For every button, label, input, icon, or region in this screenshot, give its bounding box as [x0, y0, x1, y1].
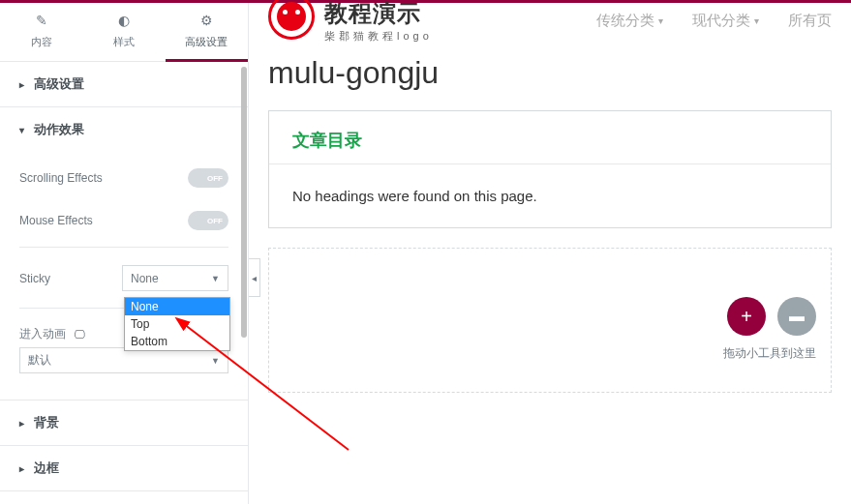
section-background: ▸ 背景 [0, 400, 248, 446]
section-header-motion[interactable]: ▾ 动作效果 [0, 107, 248, 152]
chevron-down-icon: ▼ [211, 356, 220, 366]
tab-content-label: 内容 [31, 36, 52, 47]
dropdown-option-bottom[interactable]: Bottom [125, 333, 229, 350]
logo-face-icon [277, 2, 306, 31]
toggle-off-text: OFF [207, 217, 223, 225]
chevron-right-icon: ▸ [19, 79, 24, 90]
control-mouse-effects: Mouse Effects OFF [19, 199, 228, 242]
folder-button[interactable]: ▬ [777, 297, 816, 336]
folder-icon: ▬ [789, 308, 805, 325]
gear-icon: ⚙ [166, 13, 248, 28]
mouse-effects-toggle[interactable]: OFF [188, 211, 228, 230]
section-header-background[interactable]: ▸ 背景 [0, 400, 248, 445]
scrolling-effects-toggle[interactable]: OFF [188, 168, 228, 188]
section-title: 动作效果 [34, 121, 84, 138]
site-header: 教程演示 柴郡猫教程logo 传统分类 ▾ 现代分类 ▾ 所有页 [249, 3, 851, 38]
mouse-effects-label: Mouse Effects [19, 214, 93, 227]
chevron-down-icon: ▾ [754, 15, 759, 26]
sticky-dropdown: None Top Bottom [124, 297, 230, 351]
plus-icon: + [741, 306, 752, 328]
toc-widget[interactable]: 文章目录 No headings were found on this page… [268, 110, 832, 228]
pencil-icon: ✎ [0, 13, 82, 28]
entrance-label-row: 进入动画 🖵 [19, 326, 85, 342]
sticky-label: Sticky [19, 272, 50, 285]
section-title: 边框 [34, 460, 59, 477]
tab-advanced[interactable]: ⚙ 高级设置 [166, 3, 248, 61]
logo-area: 教程演示 柴郡猫教程logo [268, 0, 433, 44]
nav-label: 所有页 [788, 12, 832, 30]
section-border: ▸ 边框 [0, 446, 248, 491]
section-title: 背景 [34, 414, 59, 431]
nav-modern[interactable]: 现代分类 ▾ [692, 12, 759, 30]
entrance-value: 默认 [28, 352, 51, 369]
chevron-left-icon: ◂ [252, 273, 257, 283]
tabs: ✎ 内容 ◐ 样式 ⚙ 高级设置 [0, 3, 248, 62]
entrance-select[interactable]: 默认 ▼ [19, 347, 228, 373]
tab-advanced-label: 高级设置 [185, 36, 228, 47]
entrance-label: 进入动画 [19, 326, 66, 342]
main-canvas: 教程演示 柴郡猫教程logo 传统分类 ▾ 现代分类 ▾ 所有页 mulu-go… [249, 3, 851, 504]
tab-style-label: 样式 [113, 36, 135, 47]
fab-row: + ▬ [727, 297, 816, 336]
chevron-down-icon: ▾ [19, 125, 24, 135]
control-sticky: Sticky None ▼ [19, 247, 228, 303]
scrolling-effects-label: Scrolling Effects [19, 171, 103, 185]
motion-controls: Scrolling Effects OFF Mouse Effects OFF … [0, 152, 248, 400]
dropdown-option-none[interactable]: None [125, 298, 229, 315]
nav-traditional[interactable]: 传统分类 ▾ [596, 12, 663, 30]
control-scrolling-effects: Scrolling Effects OFF [19, 157, 228, 199]
chevron-right-icon: ▸ [19, 418, 24, 429]
sidebar-collapse-handle[interactable]: ◂ [249, 258, 260, 297]
nav-all[interactable]: 所有页 [788, 12, 832, 30]
chevron-down-icon: ▾ [658, 15, 663, 26]
sticky-select[interactable]: None ▼ [122, 265, 228, 291]
contrast-icon: ◐ [82, 13, 165, 28]
toc-empty-message: No headings were found on this page. [269, 164, 831, 227]
logo-subtitle: 柴郡猫教程logo [324, 29, 433, 44]
page-title: mulu-gongju [249, 38, 851, 101]
nav: 传统分类 ▾ 现代分类 ▾ 所有页 [596, 12, 832, 30]
tab-style[interactable]: ◐ 样式 [82, 3, 165, 61]
toggle-off-text: OFF [207, 174, 223, 183]
nav-label: 现代分类 [692, 12, 750, 30]
editor-sidebar: ✎ 内容 ◐ 样式 ⚙ 高级设置 ▸ 高级设置 ▾ 动作效果 Scrol [0, 3, 249, 504]
logo-title: 教程演示 [324, 0, 433, 29]
section-title: 高级设置 [34, 75, 84, 93]
desktop-icon[interactable]: 🖵 [74, 328, 85, 341]
toc-title: 文章目录 [269, 111, 831, 163]
logo-text: 教程演示 柴郡猫教程logo [324, 0, 433, 44]
chevron-down-icon: ▼ [211, 274, 220, 283]
add-widget-button[interactable]: + [727, 297, 766, 336]
logo-icon [268, 0, 315, 40]
section-advanced-settings: ▸ 高级设置 [0, 62, 248, 107]
scrollbar-thumb[interactable] [241, 67, 247, 338]
chevron-right-icon: ▸ [19, 463, 24, 474]
sticky-value: None [131, 272, 159, 285]
section-header-border[interactable]: ▸ 边框 [0, 446, 248, 490]
tab-content[interactable]: ✎ 内容 [0, 3, 82, 61]
panel-content: ▸ 高级设置 ▾ 动作效果 Scrolling Effects OFF Mous… [0, 62, 248, 504]
scrollbar[interactable] [240, 57, 248, 504]
dropdown-option-top[interactable]: Top [125, 315, 229, 333]
section-header-advanced[interactable]: ▸ 高级设置 [0, 62, 248, 106]
drop-hint: 拖动小工具到这里 [723, 345, 816, 362]
widget-drop-zone[interactable]: + ▬ 拖动小工具到这里 [268, 248, 832, 393]
nav-label: 传统分类 [596, 12, 654, 30]
section-motion-effects: ▾ 动作效果 Scrolling Effects OFF Mouse Effec… [0, 107, 248, 400]
